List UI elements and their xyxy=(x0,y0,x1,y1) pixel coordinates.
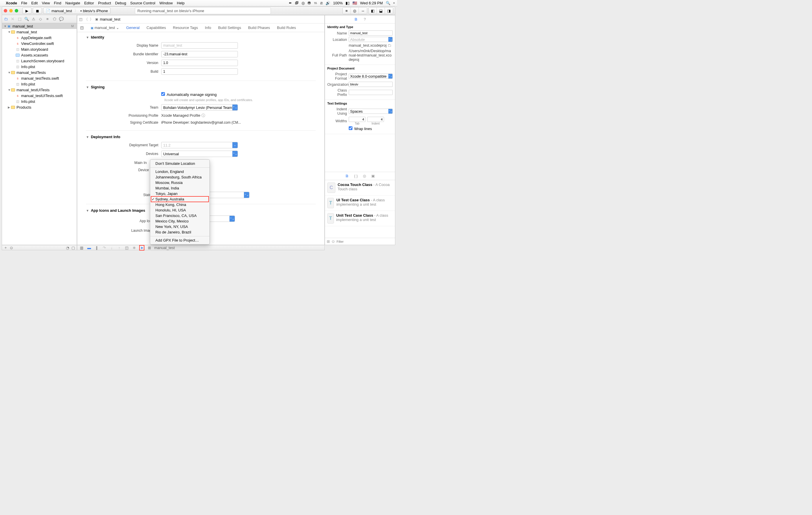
toggle-debug-area-icon[interactable]: ▥ xyxy=(79,246,84,250)
tab-info[interactable]: Info xyxy=(205,26,211,30)
media-library-icon[interactable]: ▣ xyxy=(371,174,375,178)
view-debug-icon[interactable]: ◫ xyxy=(124,246,129,250)
menu-debug[interactable]: Debug xyxy=(115,1,126,5)
battery-icon[interactable]: ▮▯ xyxy=(346,1,350,5)
indent-width-stepper[interactable] xyxy=(367,117,384,122)
location-menu-item[interactable]: Tokyo, Japan xyxy=(150,191,209,196)
bottom-panel-icon[interactable]: ⬓ xyxy=(377,7,385,14)
group-row[interactable]: ▶Products xyxy=(2,104,77,110)
symbol-navigator-icon[interactable]: ⬚ xyxy=(17,17,22,22)
location-menu-item[interactable]: Hong Kong, China xyxy=(150,202,209,208)
wifi-icon[interactable]: ᯾ xyxy=(314,1,317,5)
volume-icon[interactable]: 🔊 xyxy=(325,1,330,5)
related-items-icon[interactable]: ◫ xyxy=(79,17,83,22)
jump-bar-path[interactable]: manual_test xyxy=(100,17,120,22)
menu-find[interactable]: Find xyxy=(54,1,61,5)
debug-navigator-icon[interactable]: ≡ xyxy=(45,17,50,22)
window-zoom-button[interactable] xyxy=(15,9,18,12)
group-row[interactable]: ▼manual_testTests xyxy=(2,70,77,75)
tab-width-stepper[interactable] xyxy=(349,117,366,122)
file-row[interactable]: Assets.xcassets xyxy=(2,52,77,58)
issue-navigator-icon[interactable]: ⚠ xyxy=(31,17,36,22)
grid-view-icon[interactable]: ⊞ xyxy=(327,239,330,244)
location-menu-item[interactable]: London, England xyxy=(150,169,209,174)
info-icon[interactable]: ⓘ xyxy=(201,113,205,117)
source-control-navigator-icon[interactable]: ⛌ xyxy=(10,17,15,22)
spotlight-icon[interactable]: 🔍 xyxy=(386,1,390,5)
project-format-select[interactable]: Xcode 8.0-compatible⌃⌄ xyxy=(349,74,393,79)
insp-name-field[interactable] xyxy=(349,30,393,36)
menu-window[interactable]: Window xyxy=(160,1,173,5)
display-icon[interactable]: ⎚ xyxy=(320,1,323,5)
editor-mode-segmented[interactable]: ≡ ◎ ↔ xyxy=(342,7,367,14)
add-button-icon[interactable]: ＋ xyxy=(4,245,7,250)
library-filter-field[interactable] xyxy=(337,240,393,243)
memory-graph-icon[interactable]: ⚛ xyxy=(132,246,137,250)
disk-icon[interactable]: 🗊 xyxy=(295,1,299,5)
target-list-toggle-icon[interactable]: ◫ xyxy=(80,26,84,30)
target-selector[interactable]: ▣ manual_test ⌄ xyxy=(91,26,119,30)
scm-filter-icon[interactable]: ▢ xyxy=(71,246,75,250)
tab-build-settings[interactable]: Build Settings xyxy=(218,26,241,30)
file-row[interactable]: ◫Main.storyboard xyxy=(2,46,77,52)
file-row[interactable]: ◫LaunchScreen.storyboard xyxy=(2,58,77,64)
location-menu-item[interactable]: Rio de Janeiro, Brazil xyxy=(150,229,209,235)
library-item[interactable]: CCocoa Touch Class - A Cocoa Touch class xyxy=(325,180,395,195)
menu-editor[interactable]: Editor xyxy=(84,1,94,5)
tab-capabilities[interactable]: Capabilities xyxy=(146,26,166,30)
insp-location-select[interactable]: Absolute⌃⌄ xyxy=(349,37,393,42)
filter-icon[interactable]: ⊙ xyxy=(10,246,13,250)
wrap-lines-checkbox[interactable] xyxy=(349,126,352,130)
process-icon[interactable]: ⊞ xyxy=(147,246,152,250)
forward-icon[interactable]: 〉 xyxy=(90,17,93,22)
location-menu-item[interactable]: Mexico City, Mexico xyxy=(150,218,209,224)
team-select[interactable]: Bohdan-Volodymyr Lesiv (Personal Team)⌃⌄ xyxy=(161,104,238,111)
version-editor-icon[interactable]: ↔ xyxy=(359,7,367,14)
file-row[interactable]: ◫Info.plist xyxy=(2,64,77,70)
simulate-location-button[interactable]: ➤ xyxy=(139,245,144,250)
file-row[interactable]: sAppDelegate.swift xyxy=(2,35,77,40)
scheme-selector[interactable]: 📄 manual_test 〉 ▪ blesiv's iPhone xyxy=(43,7,111,14)
object-library-icon[interactable]: ◎ xyxy=(363,174,366,178)
stop-button[interactable]: ◼ xyxy=(33,7,42,14)
report-navigator-icon[interactable]: 💬 xyxy=(59,17,64,22)
display-name-field[interactable] xyxy=(161,42,238,49)
quick-help-icon[interactable]: ? xyxy=(364,17,366,22)
menu-file[interactable]: File xyxy=(21,1,27,5)
tab-build-rules[interactable]: Build Rules xyxy=(277,26,296,30)
run-button[interactable]: ▶ xyxy=(22,7,32,14)
file-inspector-icon[interactable]: 🗎 xyxy=(354,17,358,22)
menu-edit[interactable]: Edit xyxy=(31,1,38,5)
library-item[interactable]: TUnit Test Case Class - A class implemen… xyxy=(325,211,395,226)
deployment-target-select[interactable]: 11.2⌄ xyxy=(161,142,238,148)
pause-icon[interactable]: ‖ xyxy=(94,246,99,250)
assistant-editor-icon[interactable]: ◎ xyxy=(351,7,359,14)
dropbox-icon[interactable]: ⛃ xyxy=(308,1,311,5)
tab-build-phases[interactable]: Build Phases xyxy=(248,26,270,30)
organization-field[interactable] xyxy=(349,82,393,87)
menu-help[interactable]: Help xyxy=(177,1,185,5)
standard-editor-icon[interactable]: ≡ xyxy=(343,7,351,14)
location-menu-item[interactable]: San Francisco, CA, USA xyxy=(150,213,209,218)
project-navigator-icon[interactable]: 🗀 xyxy=(3,17,8,22)
breakpoint-navigator-icon[interactable]: ⬠ xyxy=(52,17,57,22)
bundle-id-field[interactable] xyxy=(161,51,238,57)
menu-navigate[interactable]: Navigate xyxy=(65,1,80,5)
menu-view[interactable]: View xyxy=(42,1,50,5)
left-panel-icon[interactable]: ◧ xyxy=(369,7,377,14)
recent-filter-icon[interactable]: ◔ xyxy=(66,246,69,250)
file-row[interactable]: smanual_testTests.swift xyxy=(2,75,77,81)
file-row[interactable]: ◫Info.plist xyxy=(2,99,77,104)
step-over-icon[interactable]: ↷ xyxy=(102,246,107,250)
location-menu-item[interactable]: Mumbai, India xyxy=(150,185,209,191)
right-panel-icon[interactable]: ◨ xyxy=(385,7,393,14)
window-minimize-button[interactable] xyxy=(9,9,13,12)
flag-icon[interactable]: 🇺🇸 xyxy=(352,1,357,5)
step-into-icon[interactable]: ↓ xyxy=(109,246,114,250)
file-row[interactable]: smanual_testUITests.swift xyxy=(2,93,77,99)
window-close-button[interactable] xyxy=(4,9,7,12)
location-menu-item-none[interactable]: Don't Simulate Location xyxy=(150,161,209,166)
debug-process-name[interactable]: manual_test xyxy=(154,246,175,250)
choose-folder-icon[interactable]: 🗀 xyxy=(387,43,391,48)
version-field[interactable] xyxy=(161,60,238,66)
